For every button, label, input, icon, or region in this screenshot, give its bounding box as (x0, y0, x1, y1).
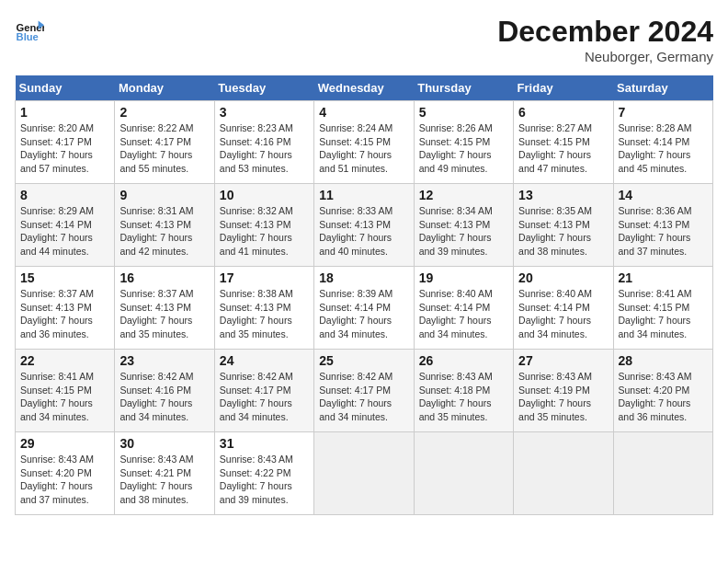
day-number: 12 (419, 188, 508, 202)
calendar-day: 27 Sunrise: 8:43 AM Sunset: 4:19 PM Dayl… (514, 350, 613, 432)
calendar-day: 4 Sunrise: 8:24 AM Sunset: 4:15 PM Dayli… (314, 101, 414, 184)
header-row: Sunday Monday Tuesday Wednesday Thursday… (16, 75, 713, 101)
day-detail: Sunrise: 8:43 AM Sunset: 4:18 PM Dayligh… (419, 370, 508, 424)
day-detail: Sunrise: 8:28 AM Sunset: 4:14 PM Dayligh… (619, 121, 708, 176)
calendar-week-4: 22 Sunrise: 8:41 AM Sunset: 4:15 PM Dayl… (16, 350, 713, 432)
day-number: 22 (20, 353, 109, 368)
day-number: 6 (518, 105, 608, 120)
calendar-day: 6 Sunrise: 8:27 AM Sunset: 4:15 PM Dayli… (514, 101, 613, 184)
day-detail: Sunrise: 8:41 AM Sunset: 4:15 PM Dayligh… (20, 370, 109, 424)
month-title: December 2024 (497, 15, 713, 49)
calendar-day: 10 Sunrise: 8:32 AM Sunset: 4:13 PM Dayl… (214, 184, 313, 267)
day-number: 31 (220, 436, 309, 451)
day-detail: Sunrise: 8:42 AM Sunset: 4:17 PM Dayligh… (220, 370, 309, 424)
day-number: 5 (419, 105, 508, 120)
header-wednesday: Wednesday (314, 75, 414, 101)
day-detail: Sunrise: 8:37 AM Sunset: 4:13 PM Dayligh… (20, 287, 109, 341)
day-detail: Sunrise: 8:37 AM Sunset: 4:13 PM Dayligh… (119, 287, 209, 341)
day-detail: Sunrise: 8:32 AM Sunset: 4:13 PM Dayligh… (220, 204, 309, 259)
day-number: 18 (319, 270, 408, 285)
calendar-day: 17 Sunrise: 8:38 AM Sunset: 4:13 PM Dayl… (214, 267, 313, 350)
calendar-day: 18 Sunrise: 8:39 AM Sunset: 4:14 PM Dayl… (314, 267, 414, 350)
logo: General Blue (15, 15, 44, 44)
day-number: 7 (619, 105, 708, 120)
calendar-day: 15 Sunrise: 8:37 AM Sunset: 4:13 PM Dayl… (16, 267, 115, 350)
day-detail: Sunrise: 8:38 AM Sunset: 4:13 PM Dayligh… (220, 287, 309, 341)
day-detail: Sunrise: 8:40 AM Sunset: 4:14 PM Dayligh… (518, 287, 608, 341)
calendar-day: 21 Sunrise: 8:41 AM Sunset: 4:15 PM Dayl… (613, 267, 712, 350)
day-detail: Sunrise: 8:20 AM Sunset: 4:17 PM Dayligh… (20, 121, 109, 176)
calendar-day: 11 Sunrise: 8:33 AM Sunset: 4:13 PM Dayl… (314, 184, 414, 267)
day-number: 19 (419, 270, 508, 285)
calendar-day (314, 432, 414, 515)
calendar-day: 20 Sunrise: 8:40 AM Sunset: 4:14 PM Dayl… (514, 267, 613, 350)
calendar-week-1: 1 Sunrise: 8:20 AM Sunset: 4:17 PM Dayli… (16, 101, 713, 184)
calendar-week-5: 29 Sunrise: 8:43 AM Sunset: 4:20 PM Dayl… (16, 432, 713, 515)
header-sunday: Sunday (16, 75, 115, 101)
calendar-day: 14 Sunrise: 8:36 AM Sunset: 4:13 PM Dayl… (613, 184, 712, 267)
day-number: 10 (220, 188, 309, 202)
calendar-day: 30 Sunrise: 8:43 AM Sunset: 4:21 PM Dayl… (115, 432, 214, 515)
day-number: 16 (119, 270, 209, 285)
calendar-day: 19 Sunrise: 8:40 AM Sunset: 4:14 PM Dayl… (414, 267, 513, 350)
day-detail: Sunrise: 8:23 AM Sunset: 4:16 PM Dayligh… (220, 121, 309, 176)
day-detail: Sunrise: 8:43 AM Sunset: 4:20 PM Dayligh… (20, 453, 109, 507)
day-detail: Sunrise: 8:24 AM Sunset: 4:15 PM Dayligh… (319, 121, 408, 176)
day-detail: Sunrise: 8:26 AM Sunset: 4:15 PM Dayligh… (419, 121, 508, 176)
header-saturday: Saturday (613, 75, 712, 101)
calendar-day (613, 432, 712, 515)
day-number: 9 (119, 188, 209, 202)
day-detail: Sunrise: 8:39 AM Sunset: 4:14 PM Dayligh… (319, 287, 408, 341)
calendar-day: 28 Sunrise: 8:43 AM Sunset: 4:20 PM Dayl… (613, 350, 712, 432)
calendar-day: 5 Sunrise: 8:26 AM Sunset: 4:15 PM Dayli… (414, 101, 513, 184)
calendar-day: 23 Sunrise: 8:42 AM Sunset: 4:16 PM Dayl… (115, 350, 214, 432)
day-number: 17 (220, 270, 309, 285)
calendar-day: 26 Sunrise: 8:43 AM Sunset: 4:18 PM Dayl… (414, 350, 513, 432)
calendar-day: 2 Sunrise: 8:22 AM Sunset: 4:17 PM Dayli… (115, 101, 214, 184)
day-number: 14 (619, 188, 708, 202)
calendar-day: 31 Sunrise: 8:43 AM Sunset: 4:22 PM Dayl… (214, 432, 313, 515)
day-number: 27 (518, 353, 608, 368)
day-number: 1 (20, 105, 109, 120)
header-tuesday: Tuesday (214, 75, 313, 101)
calendar-day: 9 Sunrise: 8:31 AM Sunset: 4:13 PM Dayli… (115, 184, 214, 267)
calendar-day: 13 Sunrise: 8:35 AM Sunset: 4:13 PM Dayl… (514, 184, 613, 267)
calendar-day: 3 Sunrise: 8:23 AM Sunset: 4:16 PM Dayli… (214, 101, 313, 184)
page-header: General Blue December 2024 Neuborger, Ge… (15, 15, 713, 64)
day-detail: Sunrise: 8:43 AM Sunset: 4:19 PM Dayligh… (518, 370, 608, 424)
day-number: 28 (619, 353, 708, 368)
calendar-week-3: 15 Sunrise: 8:37 AM Sunset: 4:13 PM Dayl… (16, 267, 713, 350)
day-number: 4 (319, 105, 408, 120)
day-number: 11 (319, 188, 408, 202)
svg-text:Blue: Blue (17, 31, 39, 42)
calendar-day: 8 Sunrise: 8:29 AM Sunset: 4:14 PM Dayli… (16, 184, 115, 267)
day-detail: Sunrise: 8:33 AM Sunset: 4:13 PM Dayligh… (319, 204, 408, 259)
calendar-day: 29 Sunrise: 8:43 AM Sunset: 4:20 PM Dayl… (16, 432, 115, 515)
header-monday: Monday (115, 75, 214, 101)
header-friday: Friday (514, 75, 613, 101)
day-detail: Sunrise: 8:27 AM Sunset: 4:15 PM Dayligh… (518, 121, 608, 176)
day-detail: Sunrise: 8:43 AM Sunset: 4:22 PM Dayligh… (220, 453, 309, 507)
calendar-week-2: 8 Sunrise: 8:29 AM Sunset: 4:14 PM Dayli… (16, 184, 713, 267)
day-detail: Sunrise: 8:31 AM Sunset: 4:13 PM Dayligh… (119, 204, 209, 259)
day-number: 30 (119, 436, 209, 451)
calendar-table: Sunday Monday Tuesday Wednesday Thursday… (15, 75, 713, 515)
day-number: 23 (119, 353, 209, 368)
day-number: 2 (119, 105, 209, 120)
day-detail: Sunrise: 8:34 AM Sunset: 4:13 PM Dayligh… (419, 204, 508, 259)
calendar-day: 25 Sunrise: 8:42 AM Sunset: 4:17 PM Dayl… (314, 350, 414, 432)
day-detail: Sunrise: 8:43 AM Sunset: 4:20 PM Dayligh… (619, 370, 708, 424)
title-block: December 2024 Neuborger, Germany (497, 15, 713, 64)
calendar-day: 7 Sunrise: 8:28 AM Sunset: 4:14 PM Dayli… (613, 101, 712, 184)
day-detail: Sunrise: 8:42 AM Sunset: 4:17 PM Dayligh… (319, 370, 408, 424)
day-number: 29 (20, 436, 109, 451)
day-detail: Sunrise: 8:40 AM Sunset: 4:14 PM Dayligh… (419, 287, 508, 341)
day-detail: Sunrise: 8:36 AM Sunset: 4:13 PM Dayligh… (619, 204, 708, 259)
day-number: 15 (20, 270, 109, 285)
day-detail: Sunrise: 8:22 AM Sunset: 4:17 PM Dayligh… (119, 121, 209, 176)
day-number: 21 (619, 270, 708, 285)
day-number: 20 (518, 270, 608, 285)
day-number: 25 (319, 353, 408, 368)
day-detail: Sunrise: 8:42 AM Sunset: 4:16 PM Dayligh… (119, 370, 209, 424)
day-detail: Sunrise: 8:41 AM Sunset: 4:15 PM Dayligh… (619, 287, 708, 341)
